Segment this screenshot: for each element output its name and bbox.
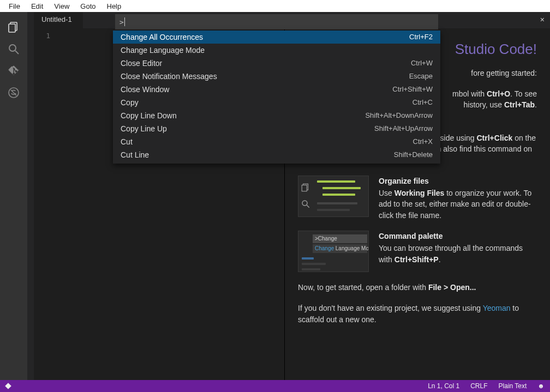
text: Now, to get started, open a folder with [298,283,428,292]
search-icon[interactable] [0,38,27,60]
menu-edit[interactable]: Edit [26,1,49,11]
palette-item-label: Copy Line Down [121,111,177,120]
palette-item-label: Change Language Mode [121,46,205,55]
palette-item[interactable]: Cut LineShift+Delete [113,148,440,161]
palette-item-shortcut: Shift+Alt+UpArrow [374,124,433,133]
text: Use [379,189,394,197]
feature-title: Organize files [379,176,537,186]
get-started-text: Now, to get started, open a folder with … [298,282,537,293]
svg-point-7 [302,201,307,206]
kbd: Ctrl+O [487,89,510,98]
palette-list: Change All OccurrencesCtrl+F2Change Lang… [113,31,440,164]
status-feedback-icon[interactable] [0,382,16,390]
feature-body: You can browse through all the commands … [379,243,537,265]
text: mbol with [452,89,487,98]
palette-item-label: Cut [121,137,133,146]
palette-item[interactable]: Change All OccurrencesCtrl+F2 [113,31,440,44]
palette-item-label: Copy Line Up [121,124,167,133]
palette-item[interactable]: Copy Line DownShift+Alt+DownArrow [113,109,440,122]
palette-item-shortcut: Escape [409,72,433,81]
palette-item-shortcut: Ctrl+Shift+W [392,85,433,94]
palette-item-shortcut: Ctrl+F2 [409,33,433,41]
svg-point-2 [9,45,16,51]
text: If you don't have an existing project, w… [298,304,483,312]
status-eol[interactable]: CRLF [465,382,493,390]
feature-title: Command palette [379,231,537,242]
palette-item-shortcut: Ctrl+C [412,98,433,107]
text: history, use [464,100,504,109]
palette-item[interactable]: Close Notification MessagesEscape [113,70,440,83]
menu-help[interactable]: Help [101,1,127,11]
feature-command-palette: >Change Change Language Mod Command pale… [298,231,537,272]
palette-item-label: Close Notification Messages [121,72,217,81]
status-language-mode[interactable]: Plain Text [493,382,533,390]
sidebar[interactable] [27,12,34,380]
thumb-icon [298,176,369,217]
palette-prefix: > [119,18,124,26]
svg-rect-6 [302,185,307,191]
svg-line-8 [307,205,309,208]
content: Untitled-1 × 1 Studio Code! fore getting… [34,12,550,380]
feature-organize: Organize files Use Working Files to orga… [298,176,537,221]
palette-item-shortcut: Shift+Alt+DownArrow [365,111,433,120]
text: Change Language Mod [313,244,367,254]
palette-item[interactable]: Copy Line UpShift+Alt+UpArrow [113,122,440,135]
cursor-icon [124,17,125,26]
palette-item-shortcut: Ctrl+W [411,59,433,68]
kbd: Ctrl+Tab [504,100,535,109]
text: . To see [510,89,537,98]
menu-goto[interactable]: Goto [75,1,101,11]
activity-bar [0,12,27,380]
palette-input[interactable]: > [115,14,438,29]
kbd: Working Files [394,189,445,197]
text: . [439,255,441,264]
close-icon[interactable]: × [540,15,545,24]
tab-untitled[interactable]: Untitled-1 [34,12,80,28]
palette-item-label: Close Editor [121,59,162,68]
palette-item[interactable]: Change Language Mode [113,44,440,57]
svg-rect-1 [9,24,15,32]
palette-item[interactable]: Close WindowCtrl+Shift+W [113,83,440,96]
palette-item-label: Cut Line [121,150,149,159]
palette-item-shortcut: Shift+Delete [394,150,433,159]
feature-body: Use Working Files to organize your work.… [379,188,537,221]
text: . [535,100,537,109]
menu-view[interactable]: View [49,1,75,11]
palette-item[interactable]: Close EditorCtrl+W [113,57,440,70]
kbd: Ctrl+Shift+P [394,255,439,264]
thumb-icon: >Change Change Language Mod [298,231,369,272]
line-gutter: 1 [34,28,56,380]
status-lncol[interactable]: Ln 1, Col 1 [422,382,465,390]
palette-item[interactable]: CopyCtrl+C [113,96,440,109]
kbd: Ctrl+Click [477,134,513,142]
palette-item[interactable]: CutCtrl+X [113,135,440,148]
kbd: File > Open... [428,283,476,292]
palette-item-shortcut: Ctrl+X [413,137,433,146]
debug-icon[interactable] [0,82,27,104]
yeoman-link[interactable]: Yeoman [483,304,511,312]
palette-item-label: Change All Occurrences [121,33,203,41]
text: Language Mod [334,245,369,251]
command-palette: > Change All OccurrencesCtrl+F2Change La… [113,12,440,164]
yeoman-text: If you don't have an existing project, w… [298,303,537,325]
palette-item-label: Close Window [121,85,169,94]
status-bar: Ln 1, Col 1 CRLF Plain Text ☻ [0,380,550,392]
explorer-icon[interactable] [0,16,27,38]
git-icon[interactable] [0,60,27,82]
text: Change [315,245,334,251]
main-area: Untitled-1 × 1 Studio Code! fore getting… [0,12,550,380]
palette-item-label: Copy [121,98,139,107]
menubar: File Edit View Goto Help [0,0,550,12]
status-smiley-icon[interactable]: ☻ [532,382,550,390]
text: >Change [313,234,367,244]
svg-line-3 [15,51,19,54]
menu-file[interactable]: File [3,1,26,11]
